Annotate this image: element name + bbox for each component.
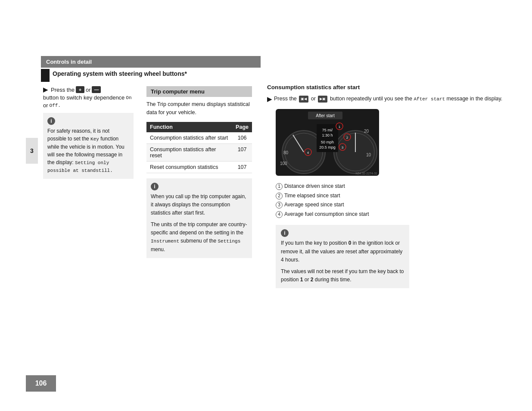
table-row: Consumption statistics after start106 (146, 132, 252, 144)
press-end-text: button to switch key dependence (43, 94, 124, 101)
info-icon-left: i (47, 117, 55, 125)
arrow-bullet-right: ▶ (267, 95, 272, 104)
trip-menu-desc: The Trip computer menu displays statisti… (146, 100, 252, 117)
function-table: Function Page Consumption statistics aft… (146, 122, 252, 173)
or-text-left: or (86, 87, 91, 93)
legend-text: Time elapsed since start (284, 193, 340, 199)
legend-circle-2: 2 (276, 193, 283, 199)
right-column: Consumption statistics after start ▶ Pre… (267, 84, 508, 288)
header-bar: Controls in detail (41, 56, 261, 68)
svg-text:20: 20 (364, 129, 369, 134)
legend-circle-3: 3 (276, 202, 283, 209)
legend-circle-1: 1 (276, 183, 283, 190)
chapter-number: 3 (26, 138, 38, 164)
legend-item: 4Average fuel consumption since start (276, 210, 508, 219)
table-cell-function: Consumption statistics after start (146, 132, 232, 144)
right-info-para1: If you turn the key to position 0 in the… (281, 239, 404, 264)
svg-text:3: 3 (342, 146, 344, 149)
consumption-title: Consumption statistics after start (267, 84, 508, 90)
btn-icon-1: ▣◀ (299, 96, 308, 103)
info-icon-middle: i (151, 183, 159, 190)
on-value: On (126, 95, 131, 100)
svg-text:75 mi/: 75 mi/ (322, 128, 333, 132)
table-row: Consumption statistics after reset107 (146, 143, 252, 161)
off-value: Off. (50, 103, 61, 108)
press-switch-line: ▶ Press the or button to switch key depe… (43, 86, 134, 109)
svg-text:100: 100 (280, 161, 287, 166)
middle-info-box: i When you call up the trip computer aga… (146, 178, 252, 258)
table-cell-page: 107 (232, 143, 252, 161)
plus-button-icon (76, 86, 84, 93)
table-row: Reset consumption statistics107 (146, 161, 252, 173)
right-info-para2: The values will not be reset if you turn… (281, 268, 404, 284)
table-col2-header: Page (232, 122, 252, 132)
section-heading: Operating system with steering wheel but… (53, 70, 187, 77)
svg-text:2: 2 (346, 136, 348, 140)
svg-text:1:30 h: 1:30 h (322, 133, 333, 137)
table-cell-page: 106 (232, 132, 252, 144)
svg-text:1: 1 (339, 125, 341, 129)
legend-item: 3Average speed since start (276, 200, 508, 210)
table-cell-function: Reset consumption statistics (146, 161, 232, 173)
legend-list: 1Distance driven since start2Time elapse… (276, 182, 508, 219)
table-col1-header: Function (146, 122, 232, 132)
table-cell-page: 107 (232, 161, 252, 173)
right-info-box: i If you turn the key to position 0 in t… (276, 225, 409, 288)
svg-text:10: 10 (366, 153, 371, 157)
legend-circle-4: 4 (276, 211, 283, 218)
legend-item: 1Distance driven since start (276, 182, 508, 191)
legend-item: 2Time elapsed since start (276, 191, 508, 201)
legend-text: Average speed since start (284, 202, 344, 208)
left-column: ▶ Press the or button to switch key depe… (43, 86, 134, 179)
svg-text:N54.32-2274-31: N54.32-2274-31 (355, 172, 377, 175)
btn-icon-2: ▶▣ (318, 96, 327, 103)
middle-column: Trip computer menu The Trip computer men… (146, 86, 252, 258)
page-number-box: 106 (26, 375, 56, 392)
svg-text:80: 80 (283, 150, 289, 155)
svg-text:50 mph: 50 mph (321, 140, 334, 144)
minus-button-icon (92, 86, 101, 93)
middle-info-para1: When you call up the trip computer again… (151, 193, 248, 218)
page-number: 106 (35, 380, 47, 387)
middle-info-para2: The units of the trip computer are count… (151, 221, 248, 254)
arrow-bullet: ▶ (43, 86, 48, 93)
black-accent-bar (41, 69, 50, 82)
svg-text:After start: After start (316, 113, 335, 118)
table-cell-function: Consumption statistics after reset (146, 143, 232, 161)
or-text2: or (43, 102, 48, 109)
svg-text:20.5 mpg: 20.5 mpg (319, 145, 336, 149)
left-info-box: i For safety reasons, it is not possible… (43, 113, 134, 179)
info-icon-right: i (281, 229, 289, 237)
left-info-text: For safety reasons, it is not possible t… (47, 127, 129, 174)
legend-text: Average fuel consumption since start (284, 211, 369, 217)
press-intro-text: Press the (51, 87, 75, 93)
header-title: Controls in detail (46, 59, 92, 65)
legend-text: Distance driven since start (284, 183, 345, 189)
svg-text:4: 4 (307, 151, 309, 155)
dashboard-image: 80 100 20 10 After start 75 mi/ 1:30 h 5… (276, 109, 379, 176)
trip-menu-header: Trip computer menu (146, 86, 252, 97)
press-line-right: ▶ Press the ▣◀ or ▶▣ button repeatedly u… (267, 95, 508, 104)
